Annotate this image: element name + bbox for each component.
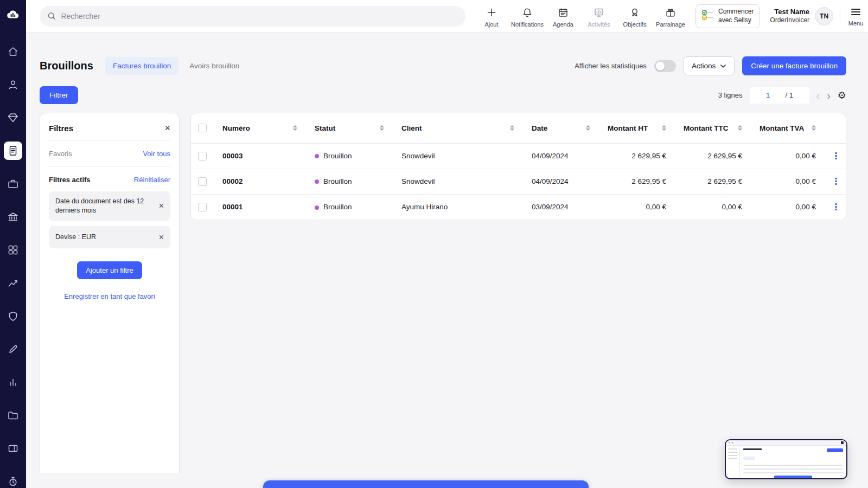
grid-icon [7,244,19,256]
sort-icon[interactable] [510,125,514,131]
sidebar-item-reports[interactable] [4,274,22,292]
topnav: Ajout Notifications Agenda Activités Obj… [475,5,687,28]
account-org: OrderInvoicer [770,16,809,24]
onboarding-preview-widget[interactable] [725,439,847,479]
sort-icon[interactable] [662,125,666,131]
app-window: Ajout Notifications Agenda Activités Obj… [0,0,868,488]
row-checkbox[interactable] [198,177,207,186]
sidebar-item-contacts[interactable] [4,75,22,94]
sidebar-item-opportunities[interactable] [4,108,22,127]
account-name: Test Name [770,8,809,16]
search-input[interactable] [61,12,458,21]
create-draft-invoice-button[interactable]: Créer une facture brouillon [742,56,846,75]
reset-filters-link[interactable]: Réinitialiser [134,176,170,184]
stats-toggle[interactable] [654,60,676,72]
filters-title: Filtres [49,124,73,133]
cell-montant-tva: 0,00 € [751,194,825,220]
add-filter-button[interactable]: Ajouter un filtre [77,261,142,279]
cell-numero: 00001 [214,194,306,220]
topnav-activites[interactable]: Activités [583,5,615,28]
gem-icon [7,112,19,124]
row-actions-kebab-icon[interactable]: ⋮ [832,151,841,161]
filters-panel: Filtres × Favoris Voir tous Filtres acti… [40,113,180,473]
filter-button[interactable]: Filtrer [40,86,78,104]
col-statut: Statut [315,124,335,132]
search-bar[interactable] [40,6,465,27]
next-page-icon[interactable]: › [827,90,831,101]
col-client: Client [401,124,422,132]
medal-icon [629,10,640,20]
cell-montant-tva: 0,00 € [751,169,825,194]
calendar-icon [558,10,569,20]
topnav-ajout[interactable]: Ajout [475,5,508,28]
row-actions-kebab-icon[interactable]: ⋮ [832,176,841,187]
table-row[interactable]: 00003 Brouillon Snowdevil 04/09/2024 2 6… [191,143,846,169]
stopwatch-icon [7,476,19,487]
onboarding-button[interactable]: Commenceravec Sellsy [695,4,760,28]
topnav-notifications[interactable]: Notifications [511,5,544,28]
table-row[interactable]: 00001 Brouillon Ayumu Hirano 03/09/2024 … [191,194,846,220]
sidebar-item-accounting[interactable] [4,208,22,226]
tab-factures-brouillon[interactable]: Factures brouillon [105,57,178,75]
select-all-checkbox[interactable] [198,124,207,132]
col-montant-tva: Montant TVA [760,124,804,132]
user-icon [7,79,19,91]
topnav-objectifs[interactable]: Objectifs [618,5,651,28]
actions-button[interactable]: Actions [684,56,735,75]
row-checkbox[interactable] [198,203,207,211]
see-all-link[interactable]: Voir tous [143,150,170,158]
home-icon [7,46,19,57]
close-filters-icon[interactable]: × [164,123,170,133]
sidebar-item-apps[interactable] [4,241,22,259]
sidebar-item-documents[interactable] [4,142,22,160]
tab-avoirs-brouillon[interactable]: Avoirs brouillon [182,57,247,75]
sidebar-item-security[interactable] [4,307,22,325]
drafts-table: Numéro Statut Client Date Montant HT Mon… [190,113,846,220]
menu-button[interactable]: Menu [840,6,864,27]
remove-filter-icon[interactable]: × [159,232,164,243]
sort-icon[interactable] [380,125,384,131]
search-icon [47,11,56,21]
sidebar-item-analytics[interactable] [4,373,22,391]
row-checkbox[interactable] [198,152,207,160]
sidebar-item-products[interactable] [4,175,22,193]
cell-client: Snowdevil [393,169,523,194]
page-number-input[interactable] [754,91,782,99]
topnav-parrainage[interactable]: Parrainage [654,5,687,28]
menu-label: Menu [848,20,864,27]
pagination: / 1 [750,87,809,104]
topnav-agenda[interactable]: Agenda [547,5,579,28]
cell-statut: Brouillon [306,143,393,169]
sidebar-item-home[interactable] [4,42,22,61]
sidebar-item-time-tracking[interactable] [4,472,22,488]
cell-date: 04/09/2024 [523,143,599,169]
sort-icon[interactable] [738,125,742,131]
sort-icon[interactable] [586,125,590,131]
sellsy-logo-icon[interactable] [6,8,20,24]
bottom-banner[interactable] [263,480,589,488]
cell-date: 03/09/2024 [523,194,599,220]
save-favorite-link[interactable]: Enregistrer en tant que favori [49,292,170,300]
onboarding-line2: avec Sellsy [718,16,751,24]
toolbar-row: Filtrer 3 lignes / 1 ‹ › ⚙ [26,75,868,104]
avatar[interactable]: TN [815,7,833,25]
cell-client: Snowdevil [393,143,523,169]
sidebar-item-subscriptions[interactable] [4,439,22,458]
sidebar-item-edition[interactable] [4,340,22,358]
row-actions-kebab-icon[interactable]: ⋮ [832,202,841,212]
briefcase-icon [7,178,19,190]
preview-close-icon [841,441,844,444]
prev-page-icon[interactable]: ‹ [816,90,820,101]
sort-icon[interactable] [812,125,816,131]
page-title: Brouillons [40,60,93,72]
table-row[interactable]: 00002 Brouillon Snowdevil 04/09/2024 2 6… [191,169,846,194]
topbar: Ajout Notifications Agenda Activités Obj… [26,0,868,33]
sort-icon[interactable] [293,125,297,131]
hamburger-icon [851,7,860,17]
table-settings-gear-icon[interactable]: ⚙ [838,91,846,100]
onboarding-line1: Commencer [718,8,754,15]
document-icon [7,145,19,157]
sidebar-item-folders[interactable] [4,406,22,425]
remove-filter-icon[interactable]: × [159,200,164,212]
account-info[interactable]: Test Name OrderInvoicer [770,8,809,24]
